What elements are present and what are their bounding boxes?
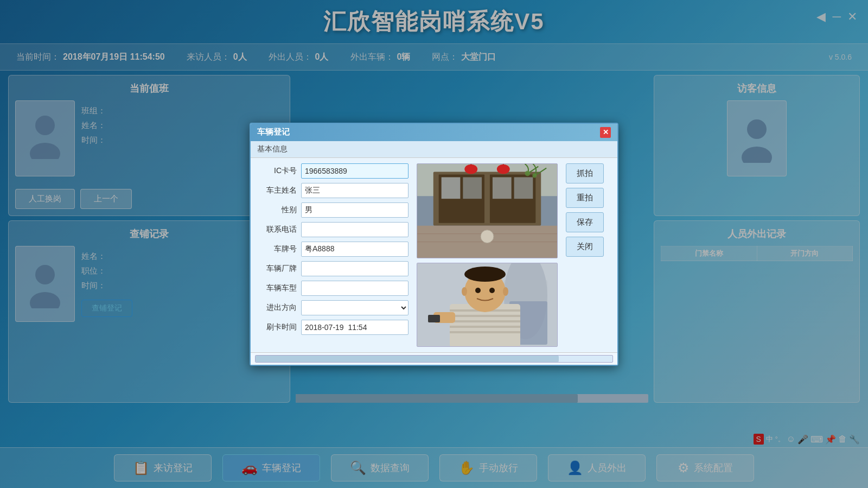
close-modal-button[interactable]: 关闭 <box>566 237 604 257</box>
gender-label: 性别 <box>259 205 297 215</box>
modal-overlay: 车辆登记 ✕ 基本信息 IC卡号 车主姓名 性别 <box>0 0 868 488</box>
ic-label: IC卡号 <box>259 166 297 176</box>
svg-point-36 <box>475 288 481 293</box>
owner-label: 车主姓名 <box>259 186 297 195</box>
brand-input[interactable] <box>301 261 409 276</box>
phone-label: 联系电话 <box>259 225 297 235</box>
modal-images <box>417 163 558 347</box>
save-button[interactable]: 保存 <box>566 212 604 232</box>
modal-horizontal-scrollbar[interactable] <box>255 355 613 363</box>
plate-label: 车牌号 <box>259 244 297 254</box>
svg-rect-42 <box>428 315 440 322</box>
ic-row: IC卡号 <box>259 163 409 179</box>
modal-form: IC卡号 车主姓名 性别 联系电话 车牌号 <box>259 163 409 347</box>
camera-top <box>417 163 558 258</box>
modal-scrollbar-area <box>251 352 617 365</box>
phone-input[interactable] <box>301 222 409 237</box>
camera-bottom <box>417 263 558 347</box>
swipe-time-label: 刷卡时间 <box>259 322 297 332</box>
svg-rect-33 <box>450 326 520 328</box>
modal-scrollbar-thumb <box>256 356 559 362</box>
owner-row: 车主姓名 <box>259 183 409 198</box>
svg-rect-14 <box>514 177 533 199</box>
svg-rect-12 <box>463 177 482 199</box>
direction-label: 进出方向 <box>259 303 297 313</box>
svg-point-24 <box>481 230 494 243</box>
svg-point-38 <box>462 287 467 296</box>
direction-select[interactable]: 进 出 <box>301 300 409 315</box>
svg-point-20 <box>532 173 537 178</box>
plate-row: 车牌号 <box>259 242 409 257</box>
svg-point-16 <box>497 164 510 174</box>
modal-close-button[interactable]: ✕ <box>600 127 611 138</box>
model-row: 车辆车型 <box>259 281 409 296</box>
ic-input[interactable] <box>301 163 409 179</box>
brand-row: 车辆厂牌 <box>259 261 409 276</box>
svg-rect-34 <box>450 331 520 333</box>
svg-point-15 <box>464 164 477 174</box>
brand-label: 车辆厂牌 <box>259 264 297 274</box>
plate-input[interactable] <box>301 242 409 257</box>
gender-row: 性别 <box>259 202 409 218</box>
swipe-time-row: 刷卡时间 <box>259 320 409 335</box>
svg-point-37 <box>489 288 495 293</box>
svg-point-39 <box>503 287 508 296</box>
svg-rect-31 <box>450 315 520 317</box>
svg-point-19 <box>525 170 530 176</box>
svg-rect-11 <box>442 177 461 199</box>
svg-rect-13 <box>493 177 512 199</box>
phone-row: 联系电话 <box>259 222 409 237</box>
model-label: 车辆车型 <box>259 283 297 293</box>
svg-point-40 <box>464 267 506 282</box>
modal-body: IC卡号 车主姓名 性别 联系电话 车牌号 <box>251 158 617 352</box>
modal-titlebar: 车辆登记 ✕ <box>251 124 617 141</box>
owner-input[interactable] <box>301 183 409 198</box>
vehicle-register-modal: 车辆登记 ✕ 基本信息 IC卡号 车主姓名 性别 <box>250 123 618 366</box>
swipe-time-input[interactable] <box>301 320 409 335</box>
model-input[interactable] <box>301 281 409 296</box>
capture-button[interactable]: 抓拍 <box>566 163 604 183</box>
modal-action-buttons: 抓拍 重拍 保存 关闭 <box>566 163 609 347</box>
gender-input[interactable] <box>301 202 409 218</box>
svg-rect-32 <box>450 320 520 322</box>
direction-row: 进出方向 进 出 <box>259 300 409 315</box>
modal-section-title: 基本信息 <box>251 141 617 158</box>
modal-title: 车辆登记 <box>257 127 290 137</box>
recapture-button[interactable]: 重拍 <box>566 188 604 208</box>
